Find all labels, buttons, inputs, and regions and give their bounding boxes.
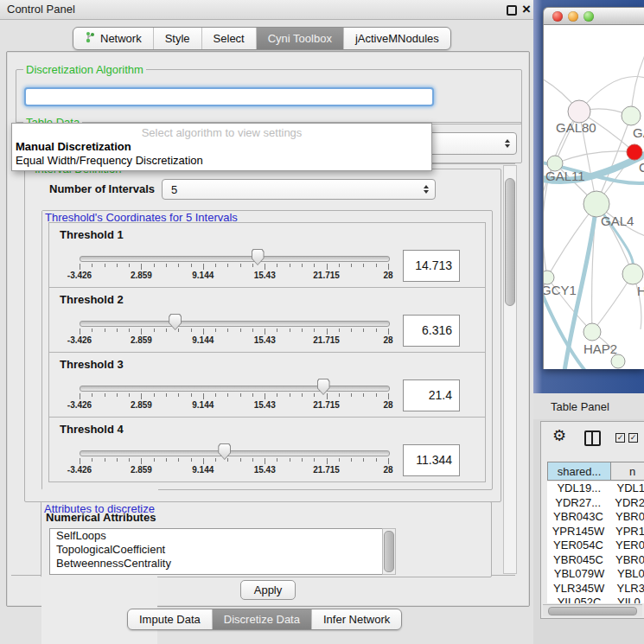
cell-name[interactable]: YPR1 [609, 525, 644, 539]
cell-shared-name[interactable]: YLR345W [547, 582, 610, 596]
table-row[interactable]: YER054CYER0 [547, 539, 644, 553]
threshold-label: Threshold 4 [60, 423, 124, 436]
network-graph: GAL80GACGAL11GAL4GCY1HHAP2 [544, 25, 644, 369]
dropdown-option-manual-discretization[interactable]: Manual Discretization [16, 140, 131, 153]
cell-name[interactable]: YBR0 [609, 510, 644, 525]
threshold-value-field[interactable]: 6.316 [403, 315, 460, 347]
cell-shared-name[interactable]: YBL079W [547, 567, 611, 582]
numerical-attributes-list[interactable]: SelfLoopsTopologicalCoefficientBetweenne… [49, 528, 384, 575]
tick-label: 9.144 [192, 465, 214, 475]
table-row[interactable]: YBR045CYBR0 [547, 553, 644, 568]
tick-label: 9.144 [192, 335, 214, 345]
table-row[interactable]: YDR27...YDR2 [547, 496, 644, 511]
cell-shared-name[interactable]: YIL052C [547, 596, 611, 603]
cell-shared-name[interactable]: YER054C [547, 539, 609, 553]
cell-shared-name[interactable]: YDR27... [547, 496, 609, 511]
attribute-list-item[interactable]: BetweennessCentrality [50, 557, 383, 571]
settings-vertical-scrollbar[interactable] [503, 165, 517, 574]
network-node-label: GCY1 [544, 283, 577, 297]
cell-shared-name[interactable]: YBR043C [547, 510, 609, 525]
column-header-shared-name[interactable]: shared... [547, 462, 611, 481]
cell-shared-name[interactable]: YPR145W [547, 525, 609, 539]
tab-impute-data[interactable]: Impute Data [128, 609, 213, 629]
network-node[interactable] [622, 106, 641, 125]
close-traffic-light-icon[interactable] [552, 11, 563, 22]
tick-label: 15.43 [254, 400, 276, 410]
scrollbar-thumb[interactable] [505, 178, 515, 306]
cell-name[interactable]: YBR0 [609, 553, 644, 568]
tick-label: -3.426 [67, 335, 92, 345]
threshold-value-field[interactable]: 14.713 [403, 250, 460, 282]
number-of-intervals-spinner[interactable]: 5 [162, 179, 436, 200]
table-panel-title: Table Panel [551, 400, 609, 413]
attributes-group: Attributes to discretize Numerical Attri… [41, 501, 492, 577]
cell-name[interactable]: YDL1 [610, 481, 644, 496]
tab-select[interactable]: Select [202, 28, 257, 49]
tick-label: 21.715 [313, 400, 340, 410]
attribute-list-item[interactable]: SelfLoops [50, 529, 383, 543]
network-node-label: H [637, 284, 644, 298]
table-horizontal-scrollbar[interactable] [543, 604, 642, 616]
number-of-intervals-value: 5 [171, 183, 177, 196]
threshold-slider-track[interactable] [80, 256, 390, 262]
tab-style[interactable]: Style [154, 28, 202, 49]
cell-name[interactable]: YLR3 [610, 582, 644, 596]
tab-label: Select [214, 32, 245, 45]
minimize-traffic-light-icon[interactable] [568, 11, 578, 22]
control-panel-titlebar: Control Panel × [0, 0, 533, 20]
threshold-value-field[interactable]: 11.344 [403, 444, 460, 476]
threshold-slider-track[interactable] [80, 450, 390, 456]
cell-name[interactable]: YDR2 [609, 496, 644, 511]
spinner-arrows-icon[interactable] [424, 185, 429, 194]
spinner-arrows-icon[interactable] [505, 139, 510, 148]
tab-infer-network[interactable]: Infer Network [312, 609, 401, 629]
table-row[interactable]: YBL079WYBL0 [547, 567, 644, 582]
tab-network[interactable]: Network [73, 28, 154, 49]
threshold-slider-track[interactable] [80, 321, 390, 327]
network-node[interactable] [627, 144, 642, 160]
network-icon [85, 31, 96, 46]
checkbox-icon[interactable]: ✓ [628, 433, 638, 443]
checkbox-icon[interactable]: ✓ [615, 433, 625, 443]
tab-jactivemnodules[interactable]: jActiveMNodules [344, 28, 450, 49]
close-icon[interactable]: × [522, 0, 531, 19]
scrollbar-thumb[interactable] [384, 531, 394, 572]
network-node[interactable] [611, 354, 625, 368]
cell-name[interactable]: YIL0 [611, 596, 641, 603]
tab-cyni-toolbox[interactable]: Cyni Toolbox [257, 28, 344, 49]
float-window-icon[interactable] [507, 5, 517, 16]
gear-icon[interactable]: ⚙ [552, 428, 566, 443]
threshold-slider-track[interactable] [80, 386, 390, 392]
table-row[interactable]: YBR043CYBR0 [547, 510, 644, 525]
scrollbar-thumb[interactable] [548, 607, 637, 615]
network-canvas[interactable]: GAL80GACGAL11GAL4GCY1HHAP2 [543, 25, 644, 369]
network-node[interactable] [583, 323, 601, 341]
cell-name[interactable]: YBL0 [611, 567, 644, 582]
network-edge [596, 116, 631, 204]
right-region: GAL80GACGAL11GAL4GCY1HHAP2 Table Panel ⚙… [533, 0, 644, 644]
apply-button[interactable]: Apply [240, 580, 296, 600]
attributes-list-scrollbar[interactable] [382, 528, 396, 575]
threshold-panel-1: Threshold 1-3.4262.8599.14415.4321.71528… [48, 222, 486, 288]
cell-shared-name[interactable]: YDL19... [547, 481, 610, 496]
columns-icon[interactable] [584, 430, 601, 446]
column-header-name[interactable]: n [611, 462, 644, 481]
tick-label: 28 [383, 271, 392, 280]
table-row[interactable]: YPR145WYPR1 [547, 525, 644, 539]
threshold-value-field[interactable]: 21.4 [403, 379, 460, 411]
tick-label: 2.859 [131, 465, 152, 475]
tick-label: 2.859 [131, 271, 152, 280]
table-row[interactable]: YDL19...YDL1 [547, 481, 644, 496]
network-window-titlebar[interactable] [543, 7, 644, 25]
attribute-list-item[interactable]: TopologicalCoefficient [50, 543, 383, 557]
table-panel-titlebar: Table Panel [533, 393, 644, 419]
network-node[interactable] [622, 264, 643, 284]
cell-shared-name[interactable]: YBR045C [547, 553, 609, 568]
table-row[interactable]: YIL052CYIL0 [547, 596, 644, 603]
dropdown-option-equal-width-frequency[interactable]: Equal Width/Frequency Discretization [16, 154, 203, 167]
algorithm-combobox[interactable] [24, 87, 434, 106]
cell-name[interactable]: YER0 [609, 539, 644, 553]
tab-discretize-data[interactable]: Discretize Data [213, 609, 312, 629]
zoom-traffic-light-icon[interactable] [583, 11, 594, 22]
table-row[interactable]: YLR345WYLR3 [547, 582, 644, 596]
